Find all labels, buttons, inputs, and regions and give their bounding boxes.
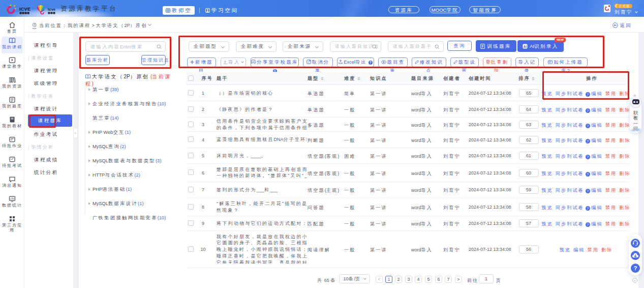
svg-text:ICVE: ICVE	[19, 7, 30, 12]
svg-text:icve: icve	[48, 7, 55, 12]
